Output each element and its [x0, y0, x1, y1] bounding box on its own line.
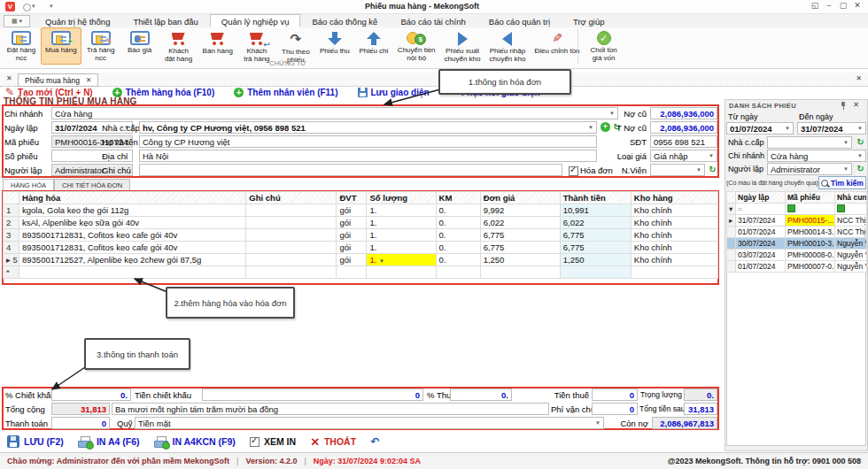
cell-qty[interactable]: 1. ▼ [367, 254, 436, 266]
action-plus[interactable]: +Thêm nhân viên (F11) [234, 88, 337, 97]
filter-date[interactable]: = [736, 204, 786, 215]
discount-amount-field[interactable]: 0 [202, 388, 423, 401]
cell-note[interactable] [246, 254, 337, 266]
cell-km[interactable]: 0. [436, 242, 480, 254]
fullname-field[interactable]: Công ty CP Hương việt [139, 135, 597, 148]
cell-product[interactable] [19, 266, 246, 279]
cell-unit[interactable]: gói [337, 217, 367, 229]
refresh-icon[interactable]: ↻ [856, 164, 865, 173]
close-icon[interactable]: ✕ [853, 100, 859, 109]
cell-code[interactable]: PMH00010-3... [786, 238, 835, 250]
to-date-picker[interactable]: 31/07/2024▼ [797, 122, 866, 135]
grid-row[interactable]: 1 kgola, Gola keo the gói 112g gói 1. 0.… [4, 204, 718, 217]
from-date-picker[interactable]: 01/07/2024▼ [726, 122, 794, 135]
cell-unit[interactable]: gói [337, 254, 367, 266]
cell-supplier[interactable]: NCC Thịnh V [835, 227, 867, 238]
cell-warehouse[interactable]: Kho chính [631, 229, 717, 242]
voucher-row[interactable]: 03/07/2024 PMH00008-0... Nguyễn Văn [727, 250, 867, 261]
column-header[interactable]: Đơn giá [480, 192, 560, 204]
cell-warehouse[interactable]: Kho chính [631, 217, 717, 229]
cell-price[interactable] [480, 266, 560, 279]
cell-supplier[interactable]: Nguyễn Văn [835, 250, 867, 261]
voucher-row[interactable]: 01/07/2024 PMH00014-3... NCC Thịnh V [727, 227, 867, 238]
employee-select[interactable]: ▼ [650, 164, 705, 176]
menu-tab-2[interactable]: Quản lý nghiệp vụ [210, 14, 301, 27]
voucher-row[interactable]: 30/07/2024 PMH00010-3... Nguyễn Văn [727, 238, 867, 250]
grid-row[interactable]: 4 8935001712831, Cofitos keo cafe gói 40… [4, 242, 718, 254]
minimize-icon[interactable]: − [822, 1, 836, 10]
cell-km[interactable] [436, 266, 480, 279]
menu-compact-button[interactable]: ▦ ▾ [4, 15, 30, 27]
refresh-icon[interactable]: ↻ [856, 137, 865, 147]
cell-date[interactable]: 03/07/2024 [736, 250, 786, 261]
column-header[interactable]: Thành tiền [560, 192, 631, 204]
button-tho-t[interactable]: ✕THOÁT [310, 435, 356, 449]
cell-warehouse[interactable]: Kho chính [631, 254, 717, 266]
tax-pct-field[interactable]: 0. [450, 388, 512, 401]
cell-product[interactable]: ksAl, Alpenlibe kẹo sữa gói 40v [19, 217, 246, 229]
menu-tab-5[interactable]: Báo cáo quản trị [477, 14, 562, 27]
panel-filter-row[interactable]: ▾ = [727, 204, 867, 215]
cell-unit[interactable]: gói [337, 242, 367, 254]
cell-date[interactable]: 01/07/2024 [736, 261, 786, 273]
column-header[interactable]: Ghi chú [246, 192, 337, 204]
cell-note[interactable] [246, 242, 337, 254]
address-field[interactable]: Hà Nội [139, 150, 597, 162]
cell-km[interactable]: 0. [436, 229, 480, 242]
button-l-u-f2-[interactable]: LƯU (F2) [7, 435, 64, 448]
cell-code[interactable]: PMH00014-3... [786, 227, 835, 238]
panel-supplier-select[interactable]: ▼ [767, 136, 852, 149]
supplier-select[interactable]: hv, Công ty CP Hương việt, 0956 898 521▼ [139, 121, 597, 134]
cell-product[interactable]: 8935001712527, Alpenlibe kẹo 2chew gói 8… [19, 254, 246, 266]
grid-row[interactable]: 2 ksAl, Alpenlibe kẹo sữa gói 40v gói 1.… [4, 217, 718, 229]
column-header[interactable]: ĐVT [337, 192, 367, 204]
chevron-down-icon[interactable]: ▾ [32, 3, 35, 10]
cell-warehouse[interactable]: Kho chính [631, 204, 717, 217]
cell-code[interactable]: PMH00015-... [786, 215, 835, 227]
price-type-select[interactable]: Giá nhập▼ [650, 150, 717, 162]
close-icon[interactable]: ✕ [6, 74, 12, 82]
cell-qty[interactable]: 1. [367, 217, 436, 229]
cell-warehouse[interactable]: Kho chính [631, 242, 717, 254]
cell-code[interactable]: PMH00007-0... [786, 261, 835, 273]
invoice-checkbox[interactable] [569, 166, 578, 176]
menu-tab-0[interactable]: Quản trị hệ thống [34, 14, 121, 27]
cell-code[interactable]: PMH00008-0... [786, 250, 835, 261]
filter-code[interactable] [786, 204, 835, 215]
chevron-down-icon[interactable]: ▾ [50, 3, 53, 10]
cell-supplier[interactable]: Nguyễn Văn [835, 238, 867, 250]
column-header[interactable]: Kho hàng [631, 192, 717, 204]
button-xem-in[interactable]: XEM IN [250, 436, 296, 447]
cell-product[interactable]: kgola, Gola keo the gói 112g [19, 204, 246, 217]
note-field[interactable] [139, 164, 562, 176]
branch-select[interactable]: Cửa hàng▼ [51, 107, 618, 119]
column-header[interactable] [4, 192, 19, 204]
button-undo[interactable]: ↶ [370, 435, 384, 448]
cell-date[interactable]: 31/07/2024 [736, 215, 786, 227]
button-in-a4kcn-f9-[interactable]: IN A4KCN (F9) [154, 436, 236, 448]
cell-price[interactable]: 1,250 [480, 254, 560, 266]
add-supplier-icon[interactable]: + [601, 122, 610, 132]
grid-new-row[interactable]: * [4, 266, 718, 279]
cell-km[interactable]: 0. [436, 204, 480, 217]
popout-icon[interactable]: ◱ [808, 1, 822, 10]
filter-supplier[interactable] [835, 204, 867, 215]
cell-supplier[interactable]: Nguyễn Văn [835, 261, 867, 273]
cell-km[interactable]: 0. [436, 217, 480, 229]
menu-tab-1[interactable]: Thiết lập ban đầu [121, 14, 209, 27]
menu-tab-3[interactable]: Báo cáo thống kê [300, 14, 389, 27]
close-icon[interactable]: ✕ [856, 74, 862, 82]
cell-qty[interactable]: 1. [367, 229, 436, 242]
grid-row[interactable]: ▸ 5 8935001712527, Alpenlibe kẹo 2chew g… [4, 254, 718, 266]
panel-creator-select[interactable]: Administrator▼ [767, 163, 852, 175]
tab-phieu-mua-hang[interactable]: Phiếu mua hàng ✕ [18, 73, 98, 87]
close-icon[interactable]: ✕ [86, 76, 91, 84]
cell-qty[interactable]: 1. [367, 204, 436, 217]
cell-price[interactable]: 6,022 [480, 217, 560, 229]
cell-supplier[interactable]: NCC Thịnh V [835, 215, 867, 227]
cell-qty[interactable]: 1. [367, 242, 436, 254]
column-header[interactable]: KM [436, 192, 480, 204]
restore-icon[interactable]: ▢ [836, 1, 850, 10]
app-logo-icon[interactable]: V [5, 2, 15, 12]
cell-warehouse[interactable] [631, 266, 717, 279]
